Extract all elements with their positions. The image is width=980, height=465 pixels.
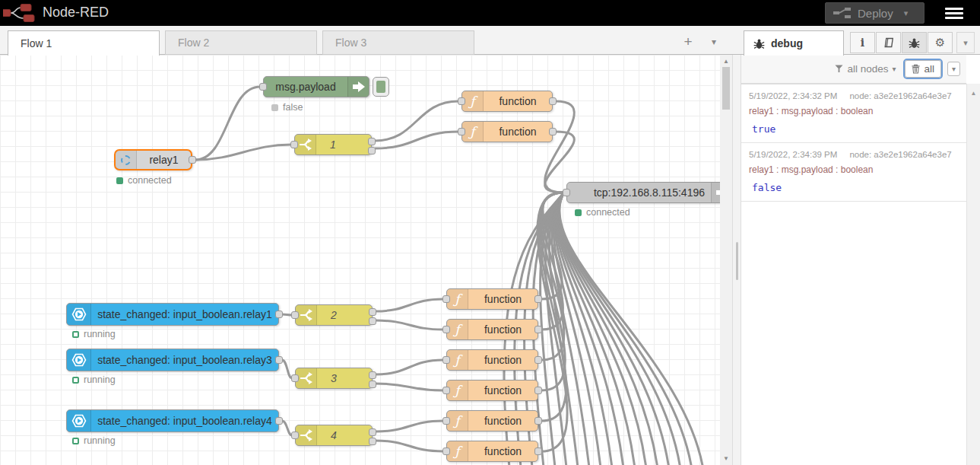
output-port[interactable] [534, 356, 542, 364]
node-function[interactable]: ƒ function [446, 441, 538, 462]
info-tab-button[interactable]: i [850, 32, 875, 53]
message-property: relay1 : msg.payload : boolean [749, 164, 959, 175]
output-port-1[interactable] [368, 138, 376, 145]
node-state-changed-relay1[interactable]: state_changed: input_boolean.relay1 [66, 303, 279, 326]
debug-filter-button[interactable]: all nodes ▾ [832, 61, 899, 77]
add-flow-button[interactable]: + [679, 33, 697, 52]
node-switch-1[interactable]: 1 [294, 134, 372, 155]
sidebar-splitter[interactable] [732, 55, 741, 465]
input-port[interactable] [442, 295, 450, 303]
tab-flow-3[interactable]: Flow 3 [322, 30, 474, 55]
header-bar: Node-RED Deploy ▾ [0, 0, 980, 26]
node-label: function [468, 384, 538, 397]
tcp-icon [711, 183, 720, 202]
output-port[interactable] [534, 447, 542, 455]
node-label: 4 [317, 429, 372, 441]
node-switch-3[interactable]: 3 [295, 368, 373, 389]
output-port[interactable] [549, 97, 557, 105]
node-label: 2 [317, 309, 372, 321]
output-port-2[interactable] [368, 147, 376, 154]
node-state-changed-relay4[interactable]: state_changed: input_boolean.relay4 [66, 409, 279, 432]
output-port-2[interactable] [369, 317, 376, 325]
node-status: running [72, 329, 116, 339]
debug-message: 5/19/2022, 2:34:39 PM node: a3e2e1962a64… [741, 143, 966, 202]
deploy-chevron-down-icon[interactable]: ▾ [904, 8, 909, 18]
message-node-id: node: a3e2e1962a64e3e7 [849, 91, 951, 100]
input-port[interactable] [442, 326, 450, 333]
input-port[interactable] [458, 128, 465, 135]
node-function[interactable]: ƒ function [446, 319, 538, 340]
input-port[interactable] [291, 311, 299, 319]
node-tcp-out[interactable]: tcp:192.168.8.115:4196 [566, 182, 720, 203]
debug-clear-all-button[interactable]: all [905, 60, 941, 78]
hexagon-arrow-icon [67, 304, 91, 325]
input-port[interactable] [442, 417, 450, 425]
output-port[interactable] [534, 326, 542, 333]
input-port[interactable] [442, 447, 450, 455]
switch-icon [295, 135, 316, 154]
sidebar-scrollbar[interactable]: ▲ [966, 84, 980, 465]
node-debug-msg-payload[interactable]: msg.payload [263, 76, 369, 97]
main-menu-button[interactable] [945, 5, 966, 21]
node-function[interactable]: ƒ function [461, 121, 553, 142]
flow-list-chevron-down-icon[interactable]: ▾ [712, 37, 716, 47]
scrollbar-thumb[interactable] [722, 67, 730, 110]
clear-label: all [924, 63, 934, 75]
tab-debug-sidebar[interactable]: debug [744, 30, 844, 56]
node-relay1-selected[interactable]: relay1 [114, 149, 192, 170]
function-icon: ƒ [447, 441, 468, 461]
input-port[interactable] [458, 97, 465, 105]
chevron-down-icon: ▾ [892, 65, 896, 73]
config-tab-button[interactable]: ⚙ [928, 32, 953, 53]
input-port[interactable] [442, 356, 450, 364]
scroll-up-icon[interactable]: ▲ [967, 90, 980, 97]
tab-flow-2[interactable]: Flow 2 [165, 30, 317, 55]
input-port[interactable] [290, 141, 298, 148]
status-dot-green-ring [72, 377, 79, 384]
node-state-changed-relay3[interactable]: state_changed: input_boolean.relay3 [66, 349, 279, 371]
status-dot-grey [271, 104, 278, 111]
flow-canvas[interactable]: msg.payload false relay1 connected 1 [0, 55, 720, 465]
message-value: false [749, 182, 959, 193]
output-port[interactable] [189, 156, 196, 164]
output-port-1[interactable] [369, 428, 376, 436]
output-port-1[interactable] [369, 371, 376, 379]
scroll-up-icon[interactable]: ▲ [720, 58, 732, 65]
output-port[interactable] [534, 387, 542, 394]
node-function[interactable]: ƒ function [446, 380, 538, 401]
node-label: function [468, 415, 538, 427]
output-port-1[interactable] [369, 308, 376, 316]
output-port[interactable] [549, 128, 557, 135]
node-function[interactable]: ƒ function [446, 410, 538, 432]
input-port[interactable] [563, 189, 570, 196]
node-switch-2[interactable]: 2 [295, 304, 373, 326]
output-port-2[interactable] [369, 381, 376, 388]
output-port[interactable] [534, 417, 542, 425]
node-function[interactable]: ƒ function [446, 288, 538, 310]
input-port[interactable] [291, 432, 299, 439]
scroll-down-icon[interactable]: ▼ [720, 455, 732, 462]
debug-tab-button[interactable] [902, 32, 927, 53]
input-port[interactable] [291, 374, 299, 382]
output-port-2[interactable] [369, 438, 376, 445]
help-tab-button[interactable] [876, 32, 901, 53]
output-port[interactable] [275, 311, 283, 318]
tab-flow-1[interactable]: Flow 1 [8, 30, 160, 56]
function-icon: ƒ [462, 91, 484, 111]
output-port[interactable] [275, 356, 283, 364]
deploy-button[interactable]: Deploy ▾ [825, 2, 924, 24]
output-port[interactable] [275, 417, 283, 425]
status-dot-green-ring [72, 438, 79, 444]
output-port[interactable] [534, 295, 542, 303]
clear-options-chevron-down-icon[interactable]: ▾ [947, 62, 960, 76]
debug-enable-toggle[interactable] [373, 77, 389, 97]
node-switch-4[interactable]: 4 [295, 425, 373, 446]
input-port[interactable] [259, 83, 267, 91]
debug-toolbar: all nodes ▾ all ▾ [741, 55, 966, 84]
bug-icon [753, 38, 765, 49]
canvas-vertical-scrollbar[interactable]: ▲ ▼ [720, 55, 732, 465]
input-port[interactable] [442, 387, 450, 394]
node-function[interactable]: ƒ function [461, 91, 553, 112]
node-function[interactable]: ƒ function [446, 349, 538, 371]
sidebar-tabs-chevron-down-icon[interactable]: ▾ [956, 32, 975, 53]
